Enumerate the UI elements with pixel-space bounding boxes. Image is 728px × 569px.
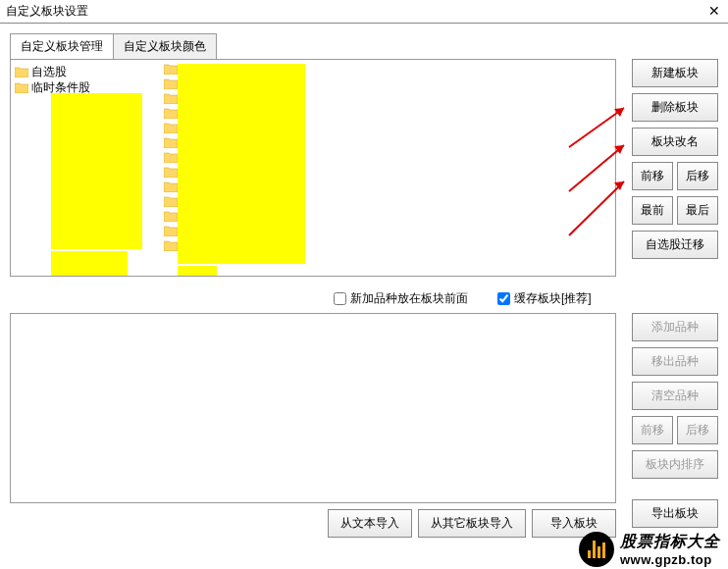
brand-url: www.gpzb.top [620, 552, 720, 567]
folder-icon [164, 196, 178, 207]
cache-label: 缓存板块[推荐] [514, 290, 592, 307]
window-title: 自定义板块设置 [6, 3, 722, 20]
right-button-group-top: 新建板块 删除板块 板块改名 前移 后移 最前 最后 自选股迁移 [632, 59, 718, 259]
brand-name: 股票指标大全 [620, 532, 720, 552]
import-text-button[interactable]: 从文本导入 [328, 509, 412, 538]
migrate-button[interactable]: 自选股迁移 [632, 231, 718, 259]
redacted-block [51, 251, 128, 276]
checkbox-row: 新加品种放在板块前面 缓存板块[推荐] [334, 290, 718, 307]
items-panel[interactable] [10, 313, 616, 503]
add-front-checkbox-input[interactable] [334, 292, 346, 305]
folder-label: 自选股 [31, 64, 67, 80]
folder-icon [164, 152, 178, 163]
rename-block-button[interactable]: 板块改名 [632, 128, 718, 156]
move-forward-button[interactable]: 前移 [632, 162, 673, 190]
item-move-backward-button[interactable]: 后移 [677, 416, 718, 444]
item-move-forward-button[interactable]: 前移 [632, 416, 673, 444]
folder-icon [164, 226, 178, 236]
cache-checkbox[interactable]: 缓存板块[推荐] [497, 290, 592, 307]
close-icon[interactable]: ✕ [708, 3, 720, 19]
import-other-button[interactable]: 从其它板块导入 [418, 509, 526, 538]
folder-icon [164, 123, 178, 133]
cache-checkbox-input[interactable] [497, 292, 510, 305]
footer-logo: 股票指标大全 www.gpzb.top [579, 532, 720, 567]
folder-icon [164, 181, 178, 192]
folder-icon [15, 82, 28, 93]
logo-icon [579, 532, 614, 567]
folder-icon [164, 78, 178, 89]
folder-icon [164, 240, 178, 251]
remove-item-button[interactable]: 移出品种 [632, 347, 718, 376]
folder-icon [164, 64, 178, 75]
sort-inner-button[interactable]: 板块内排序 [632, 450, 718, 479]
move-last-button[interactable]: 最后 [677, 196, 718, 225]
folder-icon [164, 137, 178, 148]
folder-icon [164, 167, 178, 178]
move-first-button[interactable]: 最前 [632, 196, 673, 225]
folder-item[interactable]: 自选股 [15, 64, 611, 79]
folder-icon [15, 67, 28, 78]
redacted-block [51, 93, 142, 249]
delete-block-button[interactable]: 删除板块 [632, 93, 718, 122]
add-front-label: 新加品种放在板块前面 [350, 290, 468, 307]
folder-icon [164, 211, 178, 222]
export-block-button[interactable]: 导出板块 [632, 499, 718, 528]
folder-icon [164, 108, 178, 119]
tab-manage[interactable]: 自定义板块管理 [10, 33, 114, 59]
redacted-block [178, 64, 305, 264]
tab-bar: 自定义板块管理 自定义板块颜色 [10, 33, 728, 59]
add-front-checkbox[interactable]: 新加品种放在板块前面 [334, 290, 468, 307]
move-backward-button[interactable]: 后移 [677, 162, 718, 190]
bottom-button-row: 从文本导入 从其它板块导入 导入板块 [10, 509, 616, 538]
titlebar: 自定义板块设置 ✕ [0, 0, 728, 24]
redacted-block [178, 266, 217, 276]
folder-panel[interactable]: 自选股 临时条件股 [10, 59, 616, 277]
new-block-button[interactable]: 新建板块 [632, 59, 718, 87]
folder-icon [164, 93, 178, 104]
folder-column-2 [164, 64, 181, 255]
tab-color[interactable]: 自定义板块颜色 [113, 33, 217, 59]
right-button-group-bottom: 添加品种 移出品种 清空品种 前移 后移 板块内排序 [632, 313, 718, 479]
clear-items-button[interactable]: 清空品种 [632, 382, 718, 410]
add-item-button[interactable]: 添加品种 [632, 313, 718, 341]
